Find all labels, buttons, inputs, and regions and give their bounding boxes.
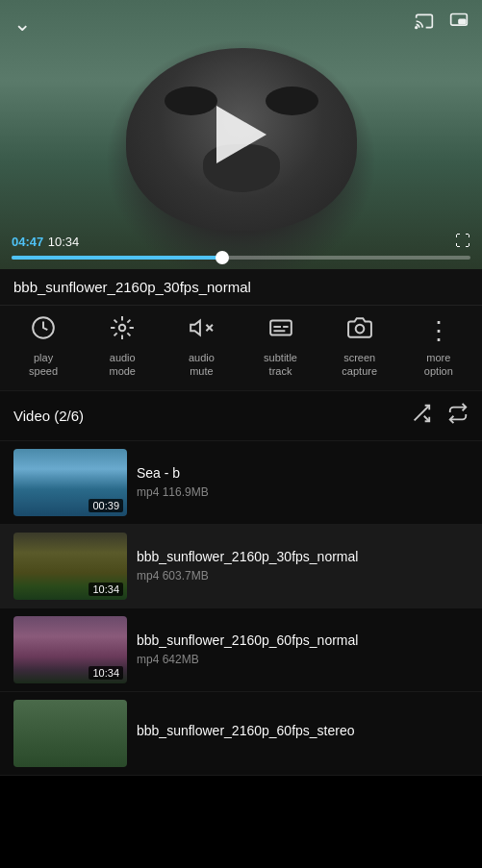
subtitle-track-label: subtitletrack bbox=[264, 351, 297, 379]
thumbnail-4 bbox=[13, 700, 127, 767]
player-top-bar: ⌄ bbox=[0, 12, 482, 37]
svg-rect-2 bbox=[459, 19, 466, 23]
video-meta-3: mp4 642MB bbox=[137, 653, 459, 666]
progress-bar-fill bbox=[12, 256, 222, 260]
progress-dot bbox=[216, 251, 229, 264]
play-speed-button[interactable]: playspeed bbox=[11, 315, 76, 379]
video-name-2: bbb_sunflower_2160p_30fps_normal bbox=[137, 549, 435, 564]
video-info-1: Sea - b mp4 116.9MB bbox=[127, 465, 469, 499]
svg-point-12 bbox=[355, 325, 364, 334]
video-info-2: bbb_sunflower_2160p_30fps_normal mp4 603… bbox=[127, 549, 469, 583]
list-header: Video (2/6) bbox=[0, 391, 482, 441]
audio-mute-button[interactable]: audiomute bbox=[168, 315, 234, 379]
fullscreen-icon[interactable]: ⛶ bbox=[455, 233, 470, 250]
video-title: bbb_sunflower_2160p_30fps_normal bbox=[0, 269, 482, 306]
video-name-4: bbb_sunflower_2160p_60fps_stereo bbox=[137, 723, 435, 738]
audio-mode-button[interactable]: audiomode bbox=[89, 315, 155, 379]
subtitle-track-icon bbox=[268, 315, 293, 346]
time-total: 10:34 bbox=[48, 235, 80, 249]
play-speed-label: playspeed bbox=[29, 351, 58, 379]
list-item[interactable]: bbb_sunflower_2160p_60fps_stereo bbox=[0, 692, 482, 776]
screen-capture-label: screencapture bbox=[342, 351, 377, 379]
video-name-1: Sea - b bbox=[137, 465, 435, 481]
video-info-3: bbb_sunflower_2160p_60fps_normal mp4 642… bbox=[127, 632, 469, 666]
duration-badge: 00:39 bbox=[89, 499, 123, 512]
time-current: 04:47 bbox=[12, 235, 43, 249]
chevron-down-icon[interactable]: ⌄ bbox=[13, 12, 31, 37]
svg-point-4 bbox=[119, 325, 126, 332]
thumbnail-1: 00:39 bbox=[13, 449, 127, 516]
more-option-icon: ⋮ bbox=[426, 316, 450, 346]
list-item[interactable]: 00:39 Sea - b mp4 116.9MB bbox=[0, 441, 482, 525]
progress-area: 04:47 10:34 ⛶ bbox=[0, 227, 482, 269]
more-option-label: moreoption bbox=[424, 351, 453, 379]
list-item[interactable]: 10:34 bbb_sunflower_2160p_30fps_normal m… bbox=[0, 525, 482, 608]
audio-mode-icon bbox=[110, 315, 135, 346]
audio-mute-icon bbox=[189, 315, 214, 346]
thumbnail-3: 10:34 bbox=[13, 616, 127, 683]
thumbnail-2: 10:34 bbox=[13, 533, 127, 600]
play-speed-icon bbox=[31, 315, 56, 346]
cast-icon[interactable] bbox=[415, 12, 434, 37]
video-name-3: bbb_sunflower_2160p_60fps_normal bbox=[137, 632, 435, 648]
video-list-section: Video (2/6) bbox=[0, 391, 482, 776]
list-title: Video (2/6) bbox=[13, 408, 84, 424]
subtitle-track-button[interactable]: subtitletrack bbox=[248, 315, 314, 379]
shuffle-icon[interactable] bbox=[411, 403, 432, 429]
svg-rect-8 bbox=[270, 320, 292, 335]
video-player: ⌄ 04:47 10:34 bbox=[0, 0, 482, 269]
more-option-button[interactable]: ⋮ moreoption bbox=[406, 316, 471, 379]
video-info-4: bbb_sunflower_2160p_60fps_stereo bbox=[127, 723, 469, 743]
svg-marker-5 bbox=[191, 320, 201, 335]
duration-badge: 10:34 bbox=[89, 583, 123, 596]
audio-mute-label: audiomute bbox=[189, 351, 215, 379]
pip-icon[interactable] bbox=[449, 12, 469, 37]
screen-capture-button[interactable]: screencapture bbox=[327, 315, 393, 379]
video-meta-2: mp4 603.7MB bbox=[137, 569, 459, 583]
play-button[interactable] bbox=[216, 106, 266, 163]
screen-capture-icon bbox=[347, 315, 372, 346]
audio-mode-label: audiomode bbox=[109, 351, 136, 379]
progress-bar-track[interactable] bbox=[12, 256, 470, 260]
video-meta-1: mp4 116.9MB bbox=[137, 485, 459, 499]
list-item[interactable]: 10:34 bbb_sunflower_2160p_60fps_normal m… bbox=[0, 608, 482, 692]
duration-badge: 10:34 bbox=[89, 666, 123, 680]
svg-point-0 bbox=[416, 27, 418, 29]
repeat-icon[interactable] bbox=[447, 403, 469, 429]
controls-row: playspeed audiomode audiomute bbox=[0, 306, 482, 391]
